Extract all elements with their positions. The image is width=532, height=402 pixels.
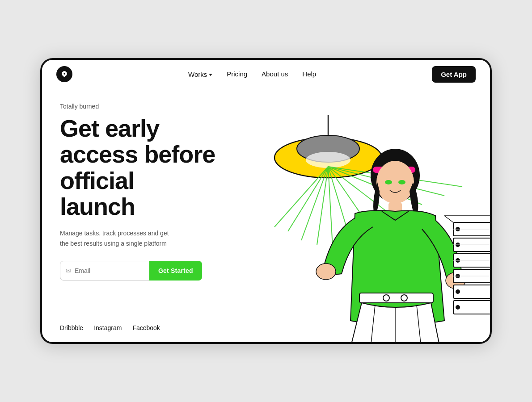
email-input-wrap: ✉ [60, 261, 149, 281]
hero-illustration [230, 88, 490, 344]
nav-link-works[interactable]: Works [188, 71, 212, 78]
get-started-button[interactable]: Get Started [149, 261, 202, 281]
nav-item-about[interactable]: About us [262, 70, 288, 78]
logo-svg [60, 70, 69, 79]
nav-link-help[interactable]: Help [302, 70, 316, 78]
svg-point-37 [456, 290, 460, 293]
social-link-dribbble[interactable]: Dribbble [60, 324, 83, 331]
nav-link-about[interactable]: About us [262, 70, 288, 78]
svg-point-48 [401, 295, 407, 301]
svg-point-38 [456, 306, 460, 309]
svg-line-30 [444, 216, 453, 222]
app-frame: Works Pricing About us Help Get App Tota… [40, 58, 492, 344]
logo[interactable] [56, 66, 72, 82]
nav-item-pricing[interactable]: Pricing [227, 70, 247, 78]
headline-line2: access before [60, 141, 215, 168]
right-panel [230, 88, 490, 344]
social-link-facebook[interactable]: Facebook [132, 324, 160, 331]
left-panel: Totally burned Get early access before o… [42, 88, 230, 344]
subtext: Manage tasks, track processes and get th… [60, 228, 185, 248]
svg-rect-46 [359, 293, 433, 303]
social-links: Dribbble Instagram Facebook [60, 320, 215, 331]
get-app-button[interactable]: Get App [432, 66, 476, 83]
tagline: Totally burned [60, 103, 215, 110]
svg-point-0 [63, 73, 65, 75]
navbar: Works Pricing About us Help Get App [42, 60, 490, 88]
svg-point-3 [306, 152, 350, 168]
email-input[interactable] [75, 267, 137, 274]
main-content: Totally burned Get early access before o… [42, 88, 490, 344]
headline-line1: Get early [60, 115, 159, 142]
social-link-instagram[interactable]: Instagram [94, 324, 122, 331]
mail-icon: ✉ [66, 267, 71, 274]
svg-point-18 [376, 161, 414, 204]
chevron-down-icon [209, 74, 212, 76]
nav-link-pricing[interactable]: Pricing [227, 70, 247, 78]
svg-point-22 [316, 264, 336, 280]
nav-item-help[interactable]: Help [302, 70, 316, 78]
svg-point-20 [398, 180, 405, 184]
headline-line3: official launch [60, 167, 135, 220]
svg-point-47 [383, 295, 389, 301]
nav-links: Works Pricing About us Help [188, 70, 316, 78]
nav-item-works[interactable]: Works [188, 71, 212, 78]
email-row: ✉ Get Started [60, 261, 215, 281]
svg-point-19 [385, 180, 392, 184]
logo-icon[interactable] [56, 66, 72, 82]
headline: Get early access before official launch [60, 115, 215, 219]
svg-line-8 [317, 167, 328, 245]
